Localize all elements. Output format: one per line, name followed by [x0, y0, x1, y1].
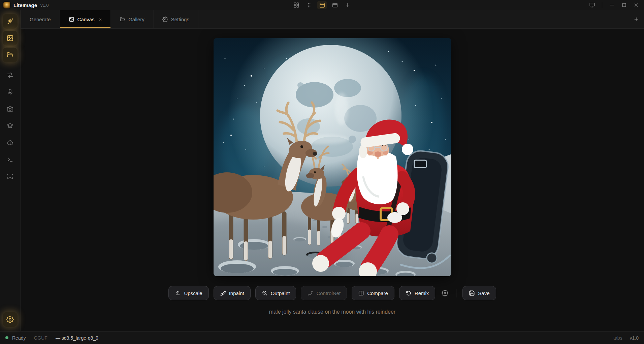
remix-button[interactable]: Remix — [399, 286, 436, 300]
compare-button[interactable]: Compare — [352, 286, 394, 300]
cloud-download-icon — [6, 139, 14, 146]
button-label: Inpaint — [229, 290, 244, 296]
spline-nodes-icon — [307, 290, 313, 296]
zoom-out-icon — [262, 290, 268, 296]
monitor-icon[interactable] — [587, 1, 597, 9]
image-icon — [6, 34, 14, 42]
tab-label: Gallery — [128, 17, 144, 22]
button-label: ControlNet — [316, 290, 341, 296]
outpaint-button[interactable]: Outpaint — [255, 286, 296, 300]
controlnet-button[interactable]: ControlNet — [301, 286, 347, 300]
button-label: Outpaint — [271, 290, 290, 296]
rotate-ccw-icon — [406, 290, 412, 296]
status-dot — [5, 336, 8, 339]
window-icon[interactable] — [330, 1, 340, 9]
sidebar-item-capture[interactable] — [3, 102, 18, 116]
tab-label: Canvas — [77, 17, 95, 22]
action-toolbar: Upscale Inpaint Outpaint ControlNet Comp… — [168, 286, 496, 300]
camera-icon — [6, 105, 14, 113]
sparkles-icon — [6, 18, 14, 25]
upload-arrow-icon — [175, 290, 181, 296]
model-format-badge: GGUF — [34, 335, 47, 341]
microphone-icon — [6, 88, 14, 96]
swap-arrows-icon — [6, 71, 14, 79]
terminal-icon — [6, 156, 14, 163]
folder-icon — [120, 17, 125, 22]
app-title: LiteImage — [13, 2, 37, 8]
tab-generate[interactable]: Generate — [21, 10, 60, 28]
upscale-button[interactable]: Upscale — [168, 286, 208, 300]
sidebar-item-settings[interactable] — [3, 312, 18, 327]
status-text: Ready — [12, 335, 26, 341]
prompt-caption: male jolly santa clause on the moon with… — [269, 309, 395, 315]
titlebar-separator — [602, 2, 602, 8]
statusbar-version: v1.0 — [630, 335, 639, 341]
graduation-cap-icon — [6, 122, 14, 130]
tab-canvas[interactable]: Canvas × — [60, 10, 111, 28]
tab-gallery[interactable]: Gallery — [111, 10, 154, 28]
tab-close-icon[interactable]: × — [99, 17, 102, 22]
sidebar-item-console[interactable] — [3, 152, 18, 167]
app-logo-icon — [3, 2, 10, 8]
status-bar: Ready GGUF — sd3.5_large-q8_0 tabs v1.0 — [0, 331, 644, 344]
toolbar-separator — [456, 289, 456, 297]
button-label: Remix — [415, 290, 429, 296]
canvas-viewport: Upscale Inpaint Outpaint ControlNet Comp… — [21, 29, 644, 331]
inpaint-button[interactable]: Inpaint — [214, 286, 251, 300]
gear-icon — [162, 17, 168, 22]
maximize-icon[interactable] — [619, 1, 629, 9]
statusbar-tabs-label: tabs — [613, 335, 622, 341]
panel-top-icon[interactable] — [317, 1, 327, 9]
button-label: Compare — [367, 290, 388, 296]
generated-image[interactable] — [214, 38, 451, 276]
grid-layout-icon[interactable] — [291, 1, 301, 9]
sidebar-item-generate[interactable] — [3, 14, 18, 29]
image-icon — [69, 17, 74, 22]
tab-label: Generate — [30, 17, 51, 22]
close-icon[interactable] — [631, 1, 641, 9]
button-label: Upscale — [184, 290, 202, 296]
folder-open-icon — [6, 51, 14, 59]
sidebar-item-face[interactable] — [3, 169, 18, 184]
tab-label: Settings — [171, 17, 189, 22]
action-settings-gear-icon[interactable] — [440, 289, 450, 297]
new-tab-button[interactable] — [633, 10, 639, 28]
split-columns-icon — [358, 290, 364, 296]
plus-icon[interactable] — [343, 1, 353, 9]
tool-sidebar — [0, 10, 21, 331]
model-name: — sd3.5_large-q8_0 — [56, 335, 98, 341]
floppy-disk-icon — [469, 290, 475, 296]
tab-settings[interactable]: Settings — [154, 10, 198, 28]
sidebar-item-transfer[interactable] — [3, 68, 18, 83]
sidebar-item-canvas[interactable] — [3, 31, 18, 46]
gear-icon — [6, 316, 14, 323]
sidebar-item-voice[interactable] — [3, 85, 18, 99]
save-button[interactable]: Save — [462, 286, 496, 300]
button-label: Save — [478, 290, 489, 296]
tab-bar: Generate Canvas × Gallery Settings — [21, 10, 644, 29]
dots-grid-icon[interactable] — [304, 1, 314, 9]
sidebar-item-models[interactable] — [3, 135, 18, 150]
sidebar-item-files[interactable] — [3, 48, 18, 62]
brush-icon — [220, 290, 226, 296]
minimize-icon[interactable] — [607, 1, 617, 9]
app-version: v1.0 — [40, 3, 49, 8]
titlebar: LiteImage v1.0 — [0, 0, 644, 10]
face-scan-icon — [6, 173, 14, 180]
sidebar-item-learn[interactable] — [3, 118, 18, 133]
